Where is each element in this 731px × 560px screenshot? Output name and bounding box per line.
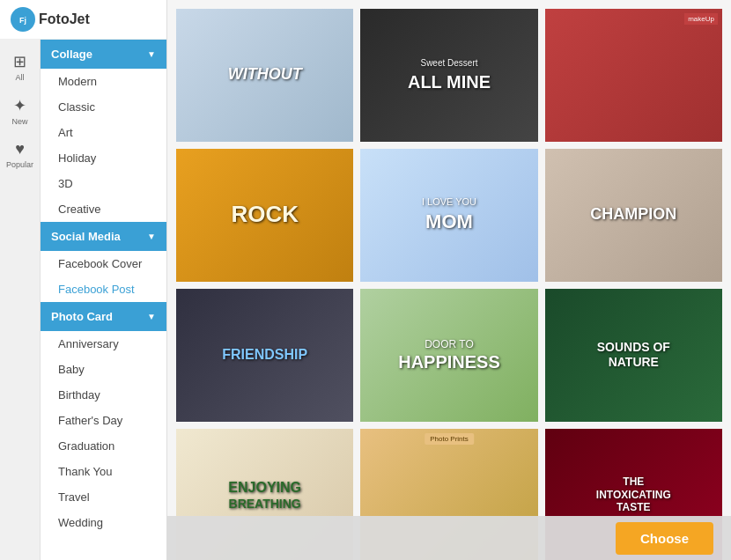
bottom-bar: Choose xyxy=(167,516,731,560)
template-label-10: ENJOYING BREATHING xyxy=(228,479,301,511)
template-label-1: WITHOUT xyxy=(228,66,302,85)
template-item-2[interactable]: Sweet Dessert ALL MINE xyxy=(360,9,537,142)
template-item-4[interactable]: ROCK xyxy=(176,149,353,282)
menu-item-facebook-cover[interactable]: Facebook Cover xyxy=(41,251,166,276)
menu-item-thank-you[interactable]: Thank You xyxy=(41,459,166,484)
grid-container: WITHOUT Sweet Dessert ALL MINE makeUp RO… xyxy=(167,0,731,560)
logo-icon: Fj xyxy=(11,7,35,32)
template-badge-3: makeUp xyxy=(684,13,718,25)
template-label-6: CHAMPION xyxy=(590,206,676,225)
sidebar-inner: ⊞ All ✦ New ♥ Popular Collage ▼ Modern C… xyxy=(0,40,166,560)
menu-item-classic[interactable]: Classic xyxy=(41,94,166,120)
template-badge-11: Photo Prints xyxy=(425,433,474,445)
collage-arrow-icon: ▼ xyxy=(147,49,156,59)
template-label-2: Sweet Dessert ALL MINE xyxy=(408,58,491,92)
logo-text: FotoJet xyxy=(39,11,90,27)
menu-item-birthday[interactable]: Birthday xyxy=(41,382,166,408)
menu-item-wedding[interactable]: Wedding xyxy=(41,510,166,535)
sidebar: Fj FotoJet ⊞ All ✦ New ♥ Popular Collag xyxy=(0,0,167,560)
template-item-1[interactable]: WITHOUT xyxy=(176,9,353,142)
svg-text:Fj: Fj xyxy=(19,16,26,25)
template-item-7[interactable]: FRIENDSHIP xyxy=(176,289,353,422)
section-collage-label: Collage xyxy=(51,48,92,61)
template-label-7: FRIENDSHIP xyxy=(222,347,307,364)
section-photo-card[interactable]: Photo Card ▼ xyxy=(41,302,166,331)
nav-new-label: New xyxy=(11,117,27,126)
menu-item-holiday[interactable]: Holiday xyxy=(41,145,166,171)
menu-item-3d[interactable]: 3D xyxy=(41,171,166,196)
choose-button[interactable]: Choose xyxy=(616,522,713,555)
template-label-9: SOUNDS OF NATURE xyxy=(589,341,678,371)
popular-icon: ♥ xyxy=(15,140,25,158)
new-icon: ✦ xyxy=(13,96,26,115)
all-icon: ⊞ xyxy=(13,52,26,71)
menu-item-art[interactable]: Art xyxy=(41,120,166,145)
section-collage[interactable]: Collage ▼ xyxy=(41,40,166,69)
menu-item-baby[interactable]: Baby xyxy=(41,357,166,382)
menu-item-travel[interactable]: Travel xyxy=(41,484,166,510)
menu-item-facebook-post[interactable]: Facebook Post xyxy=(41,276,166,302)
template-item-6[interactable]: CHAMPION xyxy=(545,149,722,282)
template-item-5[interactable]: I LOVE YOU MOM xyxy=(360,149,537,282)
main-content: WITHOUT Sweet Dessert ALL MINE makeUp RO… xyxy=(167,0,731,560)
photo-card-arrow-icon: ▼ xyxy=(147,312,156,321)
icon-strip: ⊞ All ✦ New ♥ Popular xyxy=(0,40,41,560)
section-photo-card-label: Photo Card xyxy=(51,310,113,323)
template-grid: WITHOUT Sweet Dessert ALL MINE makeUp RO… xyxy=(176,9,722,560)
nav-all-label: All xyxy=(15,73,24,82)
template-label-4: ROCK xyxy=(231,202,299,229)
section-social-media[interactable]: Social Media ▼ xyxy=(41,222,166,251)
nav-popular[interactable]: ♥ Popular xyxy=(0,133,40,176)
menu-list: Collage ▼ Modern Classic Art Holiday 3D … xyxy=(41,40,166,560)
nav-new[interactable]: ✦ New xyxy=(0,89,40,133)
nav-all[interactable]: ⊞ All xyxy=(0,45,40,89)
app-logo: Fj FotoJet xyxy=(0,0,166,40)
menu-item-graduation[interactable]: Graduation xyxy=(41,433,166,459)
template-item-3[interactable]: makeUp xyxy=(545,9,722,142)
menu-item-anniversary[interactable]: Anniversary xyxy=(41,331,166,357)
nav-popular-label: Popular xyxy=(6,160,33,169)
menu-item-fathers-day[interactable]: Father's Day xyxy=(41,408,166,433)
template-label-5: I LOVE YOU MOM xyxy=(422,197,476,234)
template-label-8: DOOR TO HAPPINESS xyxy=(398,338,500,372)
menu-item-creative[interactable]: Creative xyxy=(41,196,166,222)
section-social-media-label: Social Media xyxy=(51,230,121,243)
menu-item-modern[interactable]: Modern xyxy=(41,69,166,94)
template-label-12: THE INTOXICATING TASTE xyxy=(589,476,678,514)
social-media-arrow-icon: ▼ xyxy=(147,232,156,241)
template-item-9[interactable]: SOUNDS OF NATURE xyxy=(545,289,722,422)
template-item-8[interactable]: DOOR TO HAPPINESS xyxy=(360,289,537,422)
